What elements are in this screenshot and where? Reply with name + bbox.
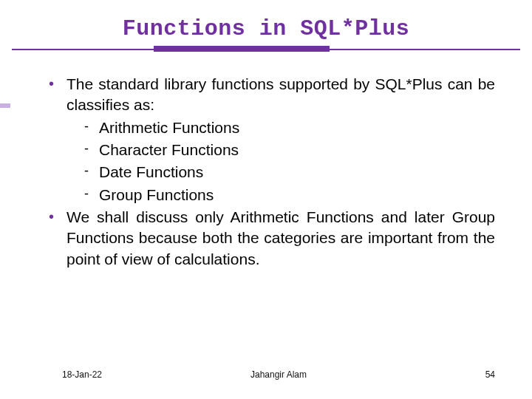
divider-thick <box>154 46 330 52</box>
slide: Functions in SQL*Plus The standard libra… <box>0 0 532 399</box>
side-accent <box>0 103 10 108</box>
footer-author: Jahangir Alam <box>62 369 495 380</box>
footer-page: 54 <box>485 369 495 380</box>
title-divider <box>0 46 532 53</box>
bullet-list: The standard library functions supported… <box>49 74 495 270</box>
content-area: The standard library functions supported… <box>49 74 495 271</box>
footer: 18-Jan-22 Jahangir Alam 54 <box>62 369 495 380</box>
slide-title: Functions in SQL*Plus <box>0 16 532 41</box>
sub-bullet-group: Group Functions <box>84 185 495 205</box>
title-wrap: Functions in SQL*Plus <box>0 0 532 41</box>
footer-date: 18-Jan-22 <box>62 369 102 380</box>
sub-bullet-date: Date Functions <box>84 162 495 183</box>
sub-bullet-arithmetic: Arithmetic Functions <box>84 117 495 138</box>
sub-bullet-list: Arithmetic Functions Character Functions… <box>49 117 495 205</box>
sub-bullet-character: Character Functions <box>84 140 495 160</box>
bullet-discussion: We shall discuss only Arithmetic Functio… <box>49 207 495 270</box>
bullet-intro: The standard library functions supported… <box>49 74 495 116</box>
